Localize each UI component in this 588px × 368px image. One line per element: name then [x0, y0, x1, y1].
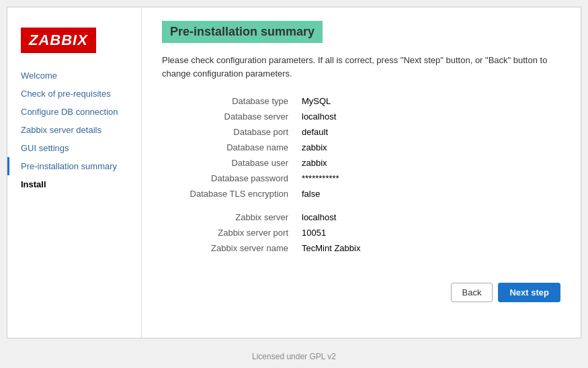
sidebar-item-install[interactable]: Install: [7, 175, 141, 193]
field-label: Database TLS encryption: [162, 186, 296, 201]
table-row: Database type MySQL: [162, 93, 560, 109]
sidebar-item-db[interactable]: Configure DB connection: [7, 103, 141, 121]
table-row: Database name zabbix: [162, 140, 560, 155]
sidebar: ZABBIX Welcome Check of pre-requisites C…: [7, 7, 142, 338]
field-value: zabbix: [296, 155, 560, 171]
sidebar-link-welcome[interactable]: Welcome: [21, 71, 57, 81]
field-value: default: [296, 124, 560, 140]
footer-text: Licensed under GPL v2: [252, 352, 336, 361]
sidebar-item-preinstall[interactable]: Pre-installation summary: [7, 157, 141, 175]
page-description: Please check configuration parameters. I…: [162, 54, 560, 80]
field-value: 10051: [296, 225, 560, 240]
sidebar-item-welcome[interactable]: Welcome: [7, 66, 141, 85]
table-row: Database server localhost: [162, 109, 560, 124]
field-value: false: [296, 186, 560, 201]
field-label: Zabbix server port: [162, 225, 296, 240]
sidebar-item-server[interactable]: Zabbix server details: [7, 121, 141, 139]
next-step-button[interactable]: Next step: [498, 283, 560, 302]
table-row: Database TLS encryption false: [162, 186, 560, 201]
sidebar-nav: Welcome Check of pre-requisites Configur…: [7, 66, 141, 193]
config-table: Database type MySQL Database server loca…: [162, 93, 560, 256]
zabbix-logo: ZABBIX: [21, 28, 96, 53]
content-area: Pre-installation summary Please check co…: [142, 7, 581, 338]
field-label: Database type: [162, 93, 296, 109]
sidebar-link-server[interactable]: Zabbix server details: [21, 125, 101, 135]
button-row: Back Next step: [162, 283, 560, 302]
sidebar-link-db[interactable]: Configure DB connection: [21, 107, 118, 117]
table-row: Zabbix server name TecMint Zabbix: [162, 240, 560, 256]
field-value: MySQL: [296, 93, 560, 109]
back-button[interactable]: Back: [451, 283, 493, 302]
field-value: ***********: [296, 171, 560, 186]
field-label: Zabbix server name: [162, 240, 296, 256]
field-value: localhost: [296, 201, 560, 225]
logo-area: ZABBIX: [7, 21, 141, 66]
field-label: Database user: [162, 155, 296, 171]
table-row: Database user zabbix: [162, 155, 560, 171]
field-label: Database name: [162, 140, 296, 155]
field-value: zabbix: [296, 140, 560, 155]
field-label: Database server: [162, 109, 296, 124]
page-title: Pre-installation summary: [162, 21, 560, 54]
field-label: Database port: [162, 124, 296, 140]
sidebar-link-prereq[interactable]: Check of pre-requisites: [21, 89, 111, 99]
sidebar-link-gui[interactable]: GUI settings: [21, 143, 69, 153]
sidebar-item-gui[interactable]: GUI settings: [7, 139, 141, 157]
table-row: Database password ***********: [162, 171, 560, 186]
sidebar-item-prereq[interactable]: Check of pre-requisites: [7, 85, 141, 103]
table-row: Database port default: [162, 124, 560, 140]
footer: Licensed under GPL v2: [0, 345, 588, 368]
table-row: Zabbix server port 10051: [162, 225, 560, 240]
table-row: Zabbix server localhost: [162, 201, 560, 225]
field-label: Zabbix server: [162, 201, 296, 225]
sidebar-link-preinstall[interactable]: Pre-installation summary: [21, 161, 117, 171]
field-value: TecMint Zabbix: [296, 240, 560, 256]
field-label: Database password: [162, 171, 296, 186]
field-value: localhost: [296, 109, 560, 124]
